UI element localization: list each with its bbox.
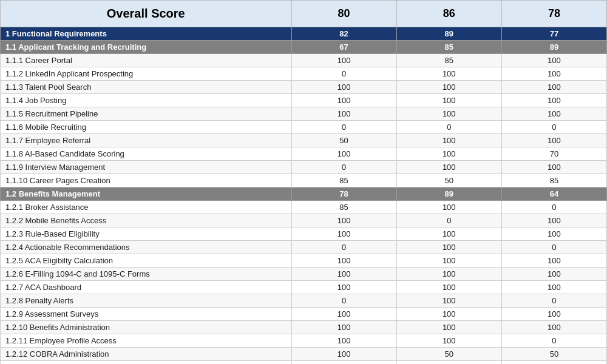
row-label: 1.1.6 Mobile Recruiting [1, 121, 292, 134]
table-row: 1.1.5 Recruitment Pipeline100100100 [1, 107, 607, 121]
row-label: 1.2.7 ACA Dashboard [1, 281, 292, 294]
score-cell-3: 85 [501, 174, 606, 187]
score-cell-1: 82 [291, 27, 396, 41]
score-cell-2: 50 [396, 348, 501, 361]
row-label: 1.2 Benefits Management [1, 187, 292, 201]
score-cell-3: 100 [501, 281, 606, 294]
row-label: 1.1.9 Interview Management [1, 161, 292, 174]
score-cell-2: 0 [396, 214, 501, 228]
row-label: 1.2.2 Mobile Benefits Access [1, 214, 292, 228]
score-cell-2: 85 [396, 54, 501, 67]
score-cell-1: 0 [291, 67, 396, 81]
table-row: 1.1.7 Employee Referral50100100 [1, 134, 607, 147]
score-cell-3: 100 [501, 107, 606, 121]
score-cell-3 [501, 361, 606, 365]
row-label: 1.2.12 COBRA Administration [1, 348, 292, 361]
score-cell-2: 100 [396, 201, 501, 214]
row-label: 1.2.10 Benefits Administration [1, 321, 292, 334]
table-row: 1.2.12 COBRA Administration1005050 [1, 348, 607, 361]
score-cell-2: 89 [396, 27, 501, 41]
row-label: 1.2.1 Broker Assistance [1, 201, 292, 214]
score-cell-1: 85 [291, 201, 396, 214]
row-label: 1.1.1 Career Portal [1, 54, 292, 67]
score-cell-2: 100 [396, 228, 501, 241]
row-label: 1.1.5 Recruitment Pipeline [1, 107, 292, 121]
row-label: 1.1.8 AI-Based Candidate Scoring [1, 147, 292, 161]
score-cell-2: 100 [396, 241, 501, 254]
score-cell-1: 85 [291, 174, 396, 187]
score-cell-1: 100 [291, 348, 396, 361]
score-cell-1: 67 [291, 41, 396, 54]
table-row: 1.1.8 AI-Based Candidate Scoring10010070 [1, 147, 607, 161]
score-cell-2: 89 [396, 187, 501, 201]
score-table-container: Overall Score 80 86 78 1 Functional Requ… [0, 0, 607, 364]
score-cell-1: 78 [291, 187, 396, 201]
row-label: 1.1.4 Job Posting [1, 94, 292, 107]
score-cell-2: 100 [396, 308, 501, 321]
row-label: 1.2.4 Actionable Recommendations [1, 241, 292, 254]
row-label: 1.1.10 Career Pages Creation [1, 174, 292, 187]
score-cell-2: 85 [396, 41, 501, 54]
score-cell-3: 100 [501, 161, 606, 174]
score-cell-2: 100 [396, 161, 501, 174]
score-cell-3: 77 [501, 27, 606, 41]
score-cell-2: 100 [396, 321, 501, 334]
table-row: 1.2.5 ACA Eligibilty Calculation10010010… [1, 254, 607, 268]
score-cell-3: 0 [501, 334, 606, 348]
score-cell-3: 100 [501, 308, 606, 321]
table-row: 1.2.8 Penalty Alerts01000 [1, 294, 607, 308]
score-cell-1: 0 [291, 121, 396, 134]
score-cell-1: 100 [291, 268, 396, 281]
score-cell-2: 100 [396, 147, 501, 161]
score-cell-1: 100 [291, 214, 396, 228]
score-cell-1: 50 [291, 134, 396, 147]
score-cell-1: 100 [291, 94, 396, 107]
score-cell-3: 100 [501, 94, 606, 107]
row-label: 1.1 Applicant Tracking and Recruiting [1, 41, 292, 54]
score-cell-3: 0 [501, 241, 606, 254]
table-row: 1.1.4 Job Posting100100100 [1, 94, 607, 107]
score-cell-2: 100 [396, 81, 501, 94]
overall-score-label: Overall Score [1, 1, 292, 27]
section-sub-row: 1.1 Applicant Tracking and Recruiting678… [1, 41, 607, 54]
score-cell-3: 89 [501, 41, 606, 54]
score-cell-3: 64 [501, 187, 606, 201]
score-cell-3: 0 [501, 294, 606, 308]
score-cell-3: 0 [501, 121, 606, 134]
score-header-3: 78 [501, 1, 606, 27]
score-cell-3: 100 [501, 81, 606, 94]
table-row: 1.2.4 Actionable Recommendations01000 [1, 241, 607, 254]
score-cell-3: 70 [501, 147, 606, 161]
score-cell-1: 100 [291, 147, 396, 161]
row-label: 1.2.8 Penalty Alerts [1, 294, 292, 308]
score-cell-1: 100 [291, 254, 396, 268]
score-cell-1: 0 [291, 361, 396, 365]
row-label: 1.1.7 Employee Referral [1, 134, 292, 147]
score-cell-1: 100 [291, 334, 396, 348]
score-cell-2: 100 [396, 294, 501, 308]
table-row: 1.2.13 Automated Evidence of Insurabilit… [1, 361, 607, 365]
score-cell-1: 100 [291, 321, 396, 334]
score-cell-1: 0 [291, 241, 396, 254]
score-header-1: 80 [291, 1, 396, 27]
table-row: 1.2.11 Employee Profile Access1001000 [1, 334, 607, 348]
section-main-row: 1 Functional Requirements828977 [1, 27, 607, 41]
score-cell-2: 50 [396, 174, 501, 187]
section-sub-row: 1.2 Benefits Management788964 [1, 187, 607, 201]
score-cell-1: 100 [291, 107, 396, 121]
score-cell-3: 100 [501, 54, 606, 67]
table-row: 1.2.6 E-Filling 1094-C and 1095-C Forms1… [1, 268, 607, 281]
table-row: 1.2.2 Mobile Benefits Access1000100 [1, 214, 607, 228]
score-cell-2: 100 [396, 254, 501, 268]
header-row: Overall Score 80 86 78 [1, 1, 607, 27]
score-cell-1: 100 [291, 81, 396, 94]
score-header-2: 86 [396, 1, 501, 27]
row-label: 1.2.13 Automated Evidence of Insurabilit… [1, 361, 292, 365]
table-row: 1.1.9 Interview Management0100100 [1, 161, 607, 174]
score-cell-2: 0 [396, 121, 501, 134]
score-cell-3: 100 [501, 214, 606, 228]
score-cell-1: 100 [291, 281, 396, 294]
score-cell-3: 100 [501, 67, 606, 81]
row-label: 1.1.3 Talent Pool Search [1, 81, 292, 94]
row-label: 1.2.6 E-Filling 1094-C and 1095-C Forms [1, 268, 292, 281]
